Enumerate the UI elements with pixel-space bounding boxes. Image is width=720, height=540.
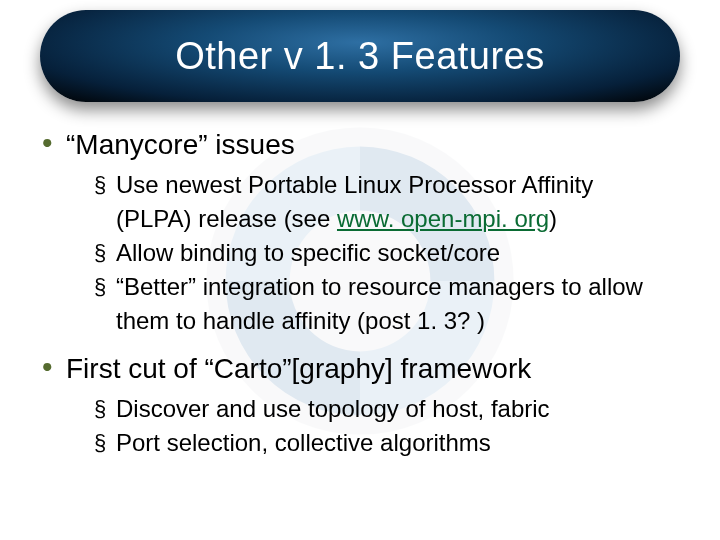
slide-title: Other v 1. 3 Features [175, 35, 545, 78]
sub-text: “Better” integration to resource manager… [116, 273, 643, 334]
sub-text-post: ) [549, 205, 557, 232]
sub-text: Port selection, collective algorithms [116, 429, 491, 456]
bullet-item: “Manycore” issues Use newest Portable Li… [40, 128, 680, 338]
bullet-label: First cut of “Carto”[graphy] framework [66, 352, 680, 386]
sub-item: Allow binding to specific socket/core [94, 236, 660, 270]
sub-list: Discover and use topology of host, fabri… [66, 392, 680, 460]
link-open-mpi[interactable]: www. open-mpi. org [337, 205, 549, 232]
sub-list: Use newest Portable Linux Processor Affi… [66, 168, 680, 338]
sub-text: Discover and use topology of host, fabri… [116, 395, 550, 422]
slide-title-bar: Other v 1. 3 Features [40, 10, 680, 102]
bullet-list: “Manycore” issues Use newest Portable Li… [40, 128, 680, 460]
bullet-label: “Manycore” issues [66, 128, 680, 162]
bullet-item: First cut of “Carto”[graphy] framework D… [40, 352, 680, 460]
sub-item: Use newest Portable Linux Processor Affi… [94, 168, 660, 236]
sub-item: Discover and use topology of host, fabri… [94, 392, 660, 426]
sub-text: Allow binding to specific socket/core [116, 239, 500, 266]
sub-item: “Better” integration to resource manager… [94, 270, 660, 338]
sub-item: Port selection, collective algorithms [94, 426, 660, 460]
